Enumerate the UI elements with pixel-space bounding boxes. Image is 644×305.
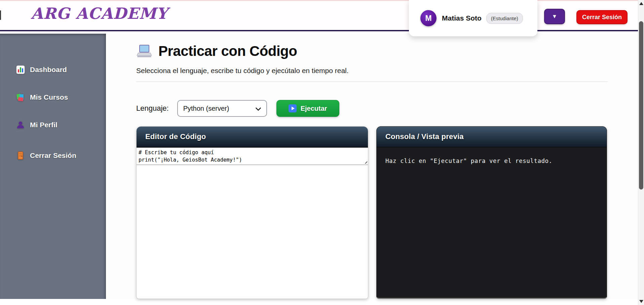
controls-row: Lenguaje: Python (server) Ejecutar [136,100,339,117]
sidebar-item-label: Dashboard [30,66,67,74]
page-scrollbar[interactable] [638,0,644,305]
role-badge: (Estudiante) [486,13,523,24]
play-icon [289,104,297,112]
console-output: Haz clic en "Ejecutar" para ver el resul… [377,147,607,174]
user-menu-dropdown-button[interactable]: ▼ [544,9,565,24]
code-editor-textarea[interactable]: # Escribe tu código aquí print("¡Hola, G… [137,147,368,165]
laptop-icon [136,44,152,58]
sidebar-item-cerrar-sesion[interactable]: Cerrar Sesión [0,148,106,163]
scrollbar-thumb[interactable] [639,21,643,190]
scrollbar-up-arrow-icon[interactable] [639,2,643,5]
select-chevron-icon [255,105,261,111]
page-subtitle: Selecciona el lenguaje, escribe tu códig… [136,67,349,75]
code-editor-panel: Editor de Código # Escribe tu código aqu… [136,126,368,299]
bar-chart-icon [16,65,25,74]
run-button[interactable]: Ejecutar [276,100,339,117]
language-select[interactable]: Python (server) [177,100,267,117]
scrollbar-down-arrow-icon[interactable] [639,300,643,303]
sidebar-item-label: Cerrar Sesión [30,151,76,160]
avatar: M [420,10,437,26]
sidebar-item-dashboard[interactable]: Dashboard [0,63,106,77]
console-panel-title: Consola / Vista previa [377,127,607,147]
person-icon [16,121,25,129]
left-edge-artifact [0,10,1,20]
divider [136,81,608,82]
title-row: Practicar con Código [136,43,297,59]
door-icon [16,151,25,160]
language-select-value: Python (server) [183,105,229,112]
books-icon [16,93,25,102]
sidebar: Dashboard Mis Cursos Mi Perfil Cerrar Se… [0,34,106,299]
user-name: Matias Soto [442,14,482,22]
chevron-down-icon: ▼ [552,13,557,20]
code-editor-wrap: # Escribe tu código aquí print("¡Hola, G… [137,147,368,165]
run-button-label: Ejecutar [301,105,327,112]
sidebar-item-mis-cursos[interactable]: Mis Cursos [0,90,106,104]
user-info-card: M Matias Soto (Estudiante) [409,0,537,36]
main-content: Practicar con Código Selecciona el lengu… [106,34,638,299]
console-panel: Consola / Vista previa Haz clic en "Ejec… [376,126,607,299]
logout-button[interactable]: Cerrar Sesión [576,10,628,24]
language-label: Lenguaje: [136,104,169,113]
sidebar-item-label: Mi Perfil [30,121,58,129]
sidebar-item-label: Mis Cursos [30,93,68,101]
app-logo: ARG ACADEMY [31,4,168,23]
page-title: Practicar con Código [158,43,297,59]
sidebar-item-mi-perfil[interactable]: Mi Perfil [0,118,106,132]
editor-panel-title: Editor de Código [137,127,368,147]
